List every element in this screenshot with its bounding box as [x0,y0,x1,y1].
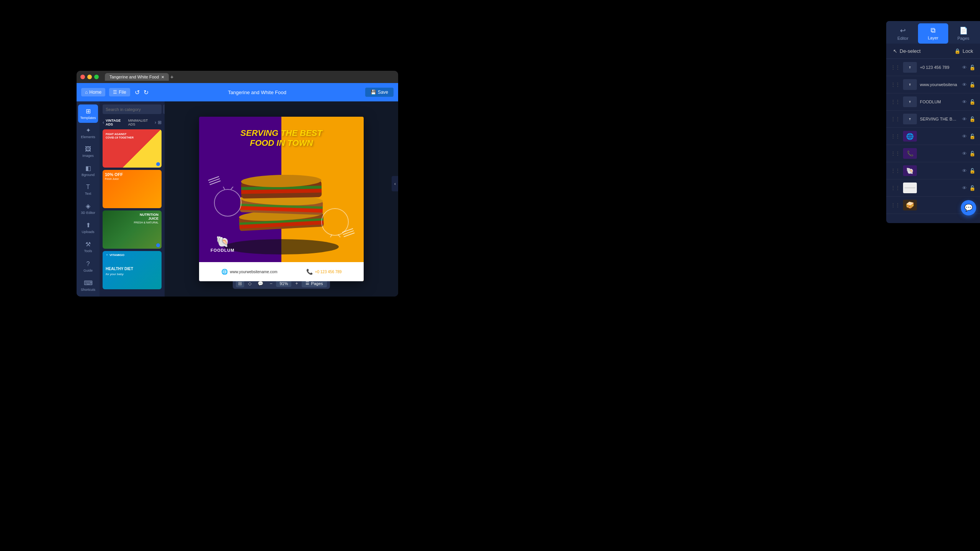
traffic-light-green[interactable] [94,75,99,79]
sidebar-item-uploads[interactable]: ⬆ Uploads [78,218,98,237]
layer-eye-button-3[interactable]: 👁 [962,99,967,105]
editor-tab-icon: ↩ [900,26,906,35]
layer-lock-button-8[interactable]: 🔓 [969,185,975,191]
traffic-light-red[interactable] [80,75,85,79]
layer-actions-5: 👁 🔓 [962,134,975,139]
phone-number: +0 123 456 789 [315,270,342,274]
templates-panel: 🔍 ☰ ‹ VINTAGE ADS MINIMALIST ADS › ⊞ FIG… [100,101,165,297]
layer-drag-icon-6: ⋮⋮ [891,151,900,156]
layer-shell[interactable]: ⋮⋮ 🐚 👁 🔓 [886,162,980,179]
pages-tab[interactable]: 📄 Pages [948,23,978,44]
design-canvas[interactable]: SERVING THE BEST FOOD IN TOWN [199,117,364,281]
home-button[interactable]: ⌂ Home [81,88,105,96]
layer-lock-button-7[interactable]: 🔓 [969,168,975,174]
pages-label: Pages [311,281,323,286]
layer-drag-icon-5: ⋮⋮ [891,134,900,139]
layer-line-visual [905,187,915,188]
layer-lock-button-6[interactable]: 🔓 [969,151,975,156]
layer-lock-button[interactable]: 🔓 [969,65,975,70]
layer-serving[interactable]: ⋮⋮ T SERVING THE BEST FOO 👁 🔓 [886,111,980,128]
layer-actions-3: 👁 🔓 [962,99,975,105]
sidebar-item-shortcuts[interactable]: ⌨ Shortcuts [78,276,98,295]
filter-vintage[interactable]: VINTAGE ADS [106,119,127,126]
layer-drag-icon: ⋮⋮ [891,65,900,70]
chat-bubble[interactable]: 💬 [961,200,976,215]
3deditor-icon: ◈ [86,202,90,210]
layer-actions-8: 👁 🔓 [962,185,975,191]
save-button[interactable]: 💾 Save [365,88,394,97]
layer-lock-button-3[interactable]: 🔓 [969,99,975,105]
layer-shell-icon-thumb: 🐚 [906,167,914,174]
text-icon: T [86,184,90,191]
layer-line[interactable]: ⋮⋮ 👁 🔓 [886,179,980,197]
layer-website-text[interactable]: ⋮⋮ T www.yourwebsitena 👁 🔓 [886,76,980,93]
sidebar-item-guide[interactable]: ? Guide [78,258,98,276]
layer-globe[interactable]: ⋮⋮ 🌐 👁 🔓 [886,128,980,145]
phone-icon: 📞 [306,269,313,275]
layer-eye-button-6[interactable]: 👁 [962,151,967,156]
template-card-juice[interactable]: NUTRITIONJUICEFRESH & NATURAL [103,210,162,249]
footer-phone: 📞 +0 123 456 789 [306,269,342,275]
layer-thumb-food: 🥪 [903,200,917,210]
layer-eye-button-5[interactable]: 👁 [962,134,967,139]
layer-eye-button-4[interactable]: 👁 [962,116,967,122]
file-button[interactable]: ☰ File [109,88,130,96]
template-card-covid[interactable]: FIGHT AGAINSTCOVID-19 TOGETHER [103,129,162,168]
sidebar-item-3deditor[interactable]: ◈ 3D Editor [78,199,98,218]
layer-phone-label: +0 123 456 789 [920,65,959,70]
deselect-label: De-select [900,48,921,54]
search-input[interactable] [103,104,162,114]
layer-lock-button-4[interactable]: 🔓 [969,116,975,122]
template-card-vitamigo[interactable]: ✦ VITAMIGO HEALTHY DIETfor your baby [103,251,162,289]
sidebar-item-background[interactable]: ◧ Bground [78,161,98,180]
sidebar-item-templates[interactable]: ⊞ Templates [78,104,98,123]
redo-button[interactable]: ↻ [143,88,149,97]
browser-tab-active[interactable]: Tangerine and White Food ✕ [105,73,169,81]
lock-button[interactable]: 🔒 Lock [954,48,973,54]
sidebar-item-images[interactable]: 🖼 Images [78,143,98,161]
layer-eye-button[interactable]: 👁 [962,65,967,70]
app-container: ⌂ Home ☰ File ↺ ↻ Tangerine and White Fo… [77,83,398,297]
layer-eye-button-8[interactable]: 👁 [962,185,967,191]
new-tab-button[interactable]: + [170,74,173,80]
canvas-brand: 🐚 FOODLUM [211,235,235,253]
filter-next[interactable]: › [155,120,156,125]
guide-icon: ? [87,261,90,267]
sidebar-item-text[interactable]: T Text [78,181,98,199]
editor-tab[interactable]: ↩ Editor [888,23,918,44]
undo-button[interactable]: ↺ [134,88,140,97]
layer-phone-icon[interactable]: ⋮⋮ 📞 👁 🔓 [886,145,980,162]
pages-icon: ☰ [305,281,309,286]
shortcuts-label: Shortcuts [81,288,95,292]
layer-lock-button-2[interactable]: 🔓 [969,82,975,88]
layer-eye-button-7[interactable]: 👁 [962,168,967,174]
layer-phone-text[interactable]: ⋮⋮ T +0 123 456 789 👁 🔓 [886,59,980,76]
layer-lock-button-5[interactable]: 🔓 [969,134,975,139]
layer-thumb-serving: T [903,114,917,124]
background-label: Bground [82,173,95,177]
template-sale-text: 10% OFF [105,172,123,177]
sidebar-item-elements[interactable]: ✦ Elements [78,124,98,142]
app-header: ⌂ Home ☰ File ↺ ↻ Tangerine and White Fo… [77,83,398,101]
template-card-juice-sale[interactable]: 10% OFF Fresh Juice [103,170,162,208]
tools-icon: ⚒ [85,241,91,248]
layer-actions: 👁 🔓 [962,65,975,70]
pages-tab-icon: 📄 [959,26,968,35]
layer-thumb-globe: 🌐 [903,131,917,142]
layer-eye-button-2[interactable]: 👁 [962,82,967,88]
traffic-light-yellow[interactable] [87,75,92,79]
layer-foodlum[interactable]: ⋮⋮ T FOODLUM 👁 🔓 [886,93,980,111]
layer-tab-label: Layer [928,36,939,40]
layer-thumb-phone-text: T [903,62,917,73]
deselect-button[interactable]: ↖ De-select [893,48,921,54]
headline-line2: FOOD IN TOWN [250,138,313,148]
file-icon: ☰ [113,90,117,95]
layer-tab-icon: ⧉ [931,26,936,34]
layer-tab[interactable]: ⧉ Layer [918,23,948,44]
sidebar-item-tools[interactable]: ⚒ Tools [78,238,98,256]
template-vitamigo-brand: ✦ VITAMIGO [106,253,124,257]
tab-close[interactable]: ✕ [161,75,164,79]
filter-prev[interactable]: ‹ [103,120,104,125]
filter-grid[interactable]: ⊞ [158,120,162,125]
filter-minimalist[interactable]: MINIMALIST ADS [128,119,153,126]
